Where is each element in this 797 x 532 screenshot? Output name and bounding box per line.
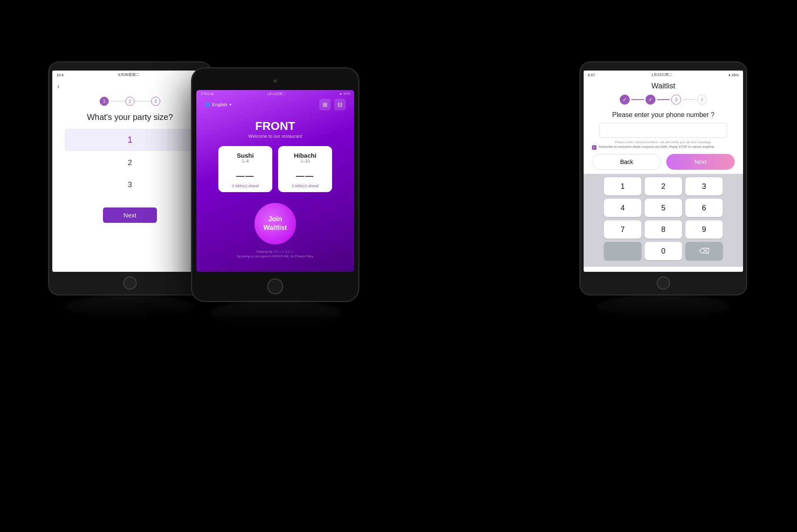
left-status-time: 10:6 [56,73,64,77]
right-step-3: 3 [671,95,681,105]
numpad-key-6[interactable]: 6 [685,199,723,217]
phone-input[interactable] [599,123,727,138]
numpad-key-0[interactable]: 0 [645,242,682,260]
powered-by: Powered By フロントライン By joining us, you ag… [196,249,354,259]
numpad-row-1: 1 2 3 [589,177,738,195]
center-status-bar: 下午6:39 1月23日周二 ▲ 41% [196,90,354,98]
tablet-right: 6:57 1月23日周二 ♦ 39% Waitlist ✓ ✓ 3 4 P [580,62,746,295]
back-button-left[interactable]: ‹ [52,79,208,93]
step-line-2 [134,101,151,102]
right-stepper: ✓ ✓ 3 4 [584,95,743,111]
party-option-3[interactable]: 3 [65,175,195,195]
tablet-left-screen: 10:6 9月38星期二 97%+ ‹ 1 2 3 What's your pa… [52,71,208,272]
right-status-bar: 6:57 1月23日周二 ♦ 39% [584,71,743,79]
party-option-2[interactable]: 2 [65,153,195,173]
stepper-left: 1 2 3 [52,93,208,107]
sushi-range: 1–4 [222,159,268,164]
front-subtitle: Welcome to our restaurant [196,134,354,139]
front-title: FRONT [196,120,354,133]
party-options: 1 2 3 [52,129,208,195]
right-home-button[interactable] [657,276,670,290]
center-camera [274,79,277,83]
sms-check-label: Subscribe to exclusive deals coupons via… [599,145,715,149]
grid-icon-btn[interactable]: ⊞ [319,99,331,110]
join-btn-line2: Waitlist [264,224,287,231]
next-button-right[interactable]: Next [666,154,735,170]
center-status-signal: ▲ 41% [339,92,350,96]
back-button-right[interactable]: Back [592,154,661,170]
numpad-key-8[interactable]: 8 [645,220,682,239]
party-option-1[interactable]: 1 [65,129,195,151]
sms-notice: Please enter correct numbers, we will no… [584,140,743,145]
hibachi-ahead: 0 table(s) ahead [282,184,328,188]
step-2: 2 [125,97,134,106]
right-status-battery: ♦ 39% [729,73,739,77]
right-step-2-done: ✓ [645,95,655,105]
numpad-key-backspace[interactable]: ⌫ [685,242,723,260]
numpad-key-empty [604,242,641,260]
join-waitlist-button[interactable]: Join Waitlist [254,203,296,244]
next-button-left[interactable]: Next [103,207,157,223]
numpad-key-2[interactable]: 2 [645,177,682,195]
numpad-row-3: 7 8 9 [589,220,738,239]
center-status-time: 下午6:39 [200,92,214,96]
numpad-key-1[interactable]: 1 [604,177,641,195]
right-step-line-3 [683,99,695,100]
numpad-key-4[interactable]: 4 [604,199,641,217]
left-status-bar: 10:6 9月38星期二 97%+ [52,71,208,79]
left-status-date: 9月38星期二 [118,72,139,78]
sms-check-row[interactable]: ✓ Subscribe to exclusive deals coupons v… [584,145,743,154]
sushi-name: Sushi [222,152,268,159]
right-step-line-1 [631,99,644,100]
language-label: English [212,102,227,107]
numpad-row-4: 0 ⌫ [589,242,738,260]
left-home-button[interactable] [123,276,137,290]
right-status-time: 6:57 [588,73,595,77]
center-icon-row: ⊞ ⊟ [315,99,350,110]
right-step-1-done: ✓ [620,95,630,105]
right-step-4: 4 [697,95,707,105]
sushi-card[interactable]: Sushi 1–4 —— 0 table(s) ahead [218,146,272,192]
tablet-center-screen: 下午6:39 1月23日周二 ▲ 41% 🌐 English ▼ ⊞ ⊟ FRO… [196,90,354,272]
numpad: 1 2 3 4 5 6 7 8 9 0 ⌫ [584,174,743,267]
hibachi-range: 1–10 [282,159,328,164]
phone-label: Please enter your phone number ? [584,111,743,123]
tablet-left: 10:6 9月38星期二 97%+ ‹ 1 2 3 What's your pa… [49,62,211,295]
right-step-line-2 [657,99,670,100]
sushi-wait: —— [222,171,268,181]
scene: 10:6 9月38星期二 97%+ ‹ 1 2 3 What's your pa… [0,0,797,532]
center-status-date: 1月23日周二 [267,92,286,96]
center-home-button[interactable] [267,278,283,294]
step-3: 3 [151,97,160,106]
globe-icon: 🌐 [205,102,210,107]
numpad-key-7[interactable]: 7 [604,220,641,239]
numpad-row-2: 4 5 6 [589,199,738,217]
hibachi-wait: —— [282,171,328,181]
sms-checkbox[interactable]: ✓ [592,145,597,150]
numpad-key-3[interactable]: 3 [685,177,723,195]
dropdown-icon: ▼ [229,103,232,107]
hibachi-card[interactable]: Hibachi 1–10 —— 0 table(s) ahead [278,146,332,192]
restaurant-cards: Sushi 1–4 —— 0 table(s) ahead Hibachi 1–… [196,139,354,200]
step-1: 1 [100,97,109,106]
language-selector[interactable]: 🌐 English ▼ [200,100,236,110]
tablet-center: 下午6:39 1月23日周二 ▲ 41% 🌐 English ▼ ⊞ ⊟ FRO… [192,68,358,301]
numpad-key-5[interactable]: 5 [645,199,682,217]
party-size-title: What's your party size? [52,107,208,129]
numpad-key-9[interactable]: 9 [685,220,723,239]
tablet-right-screen: 6:57 1月23日周二 ♦ 39% Waitlist ✓ ✓ 3 4 P [584,71,743,272]
action-row: Back Next [584,154,743,174]
sushi-ahead: 0 table(s) ahead [222,184,268,188]
join-btn-line1: Join [269,215,282,222]
hibachi-name: Hibachi [282,152,328,159]
waitlist-title: Waitlist [584,79,743,95]
right-status-date: 1月23日周二 [651,72,672,78]
scan-icon-btn[interactable]: ⊟ [334,99,346,110]
step-line-1 [109,101,125,102]
